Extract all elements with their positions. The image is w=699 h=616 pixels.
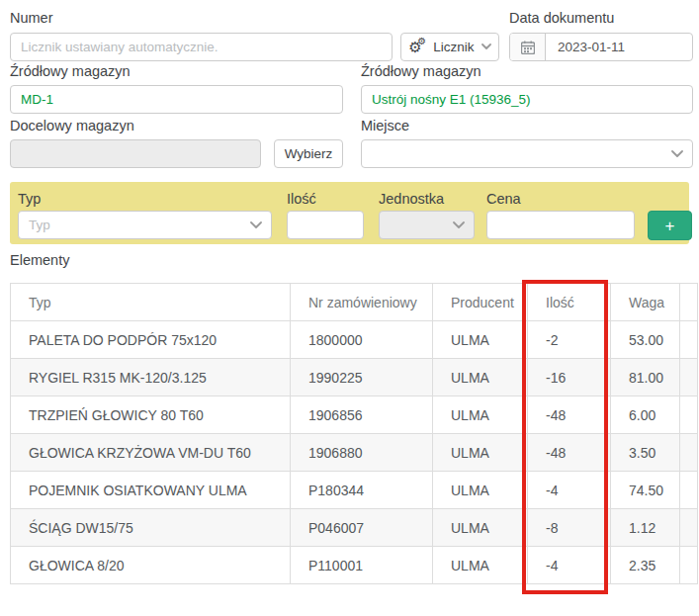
miejsce-select[interactable] bbox=[361, 139, 693, 168]
zrodlowy-magazyn-2-input[interactable] bbox=[361, 85, 693, 114]
table-cell-empty bbox=[611, 584, 680, 615]
table-cell-empty bbox=[291, 584, 433, 615]
table-cell: 2.35 bbox=[611, 547, 680, 584]
table-cell: ULMA bbox=[433, 509, 528, 547]
licznik-button-label: Licznik bbox=[433, 40, 474, 54]
numer-input[interactable] bbox=[10, 33, 393, 61]
table-cell-empty bbox=[680, 434, 698, 472]
table-cell: -48 bbox=[528, 434, 611, 472]
table-cell-empty bbox=[11, 584, 291, 615]
table-cell: P110001 bbox=[291, 547, 433, 584]
numer-label: Numer bbox=[10, 10, 53, 26]
table-cell: 1800000 bbox=[291, 321, 433, 359]
quick-add-panel: Typ Ilość Jednostka Cena Typ + bbox=[10, 182, 689, 244]
date-value[interactable]: 2023-01-11 bbox=[546, 34, 692, 60]
table-cell: GŁOWICA 8/20 bbox=[11, 547, 291, 584]
table-cell: 1906856 bbox=[291, 396, 433, 434]
table-cell: ULMA bbox=[433, 434, 528, 472]
typ-select-placeholder: Typ bbox=[19, 218, 241, 232]
table-cell-empty bbox=[680, 472, 698, 509]
docelowy-magazyn-input[interactable] bbox=[10, 139, 261, 168]
zrodlowy-magazyn-1-input[interactable] bbox=[10, 85, 343, 114]
cogs-icon: ⚙⚙ bbox=[408, 40, 426, 55]
table-cell: -48 bbox=[528, 396, 611, 434]
table-cell: 53.00 bbox=[611, 321, 680, 359]
column-header-nr-zamowieniowy: Nr zamówieniowy bbox=[291, 284, 433, 321]
table-cell: RYGIEL R315 MK-120/3.125 bbox=[11, 359, 291, 396]
data-dokumentu-label: Data dokumentu bbox=[509, 10, 614, 26]
table-cell: -4 bbox=[528, 472, 611, 509]
table-cell: ULMA bbox=[433, 472, 528, 509]
column-header-waga: Waga bbox=[611, 284, 680, 321]
table-cell: P046007 bbox=[291, 509, 433, 547]
typ-filter-label: Typ bbox=[18, 191, 41, 207]
table-cell: PALETA DO PODPÓR 75x120 bbox=[11, 321, 291, 359]
table-cell-empty bbox=[680, 509, 698, 547]
table-row-empty bbox=[11, 584, 698, 615]
table-cell: -8 bbox=[528, 509, 611, 547]
table-cell: ULMA bbox=[433, 321, 528, 359]
table-cell: 74.50 bbox=[611, 472, 680, 509]
table-row: POJEMNIK OSIATKOWANY ULMAP180344ULMA-474… bbox=[11, 472, 698, 509]
table-cell: -16 bbox=[528, 359, 611, 396]
table-cell: 1.12 bbox=[611, 509, 680, 547]
docelowy-magazyn-label: Docelowy magazyn bbox=[10, 118, 134, 133]
table-cell: -4 bbox=[528, 547, 611, 584]
add-row-button[interactable]: + bbox=[648, 211, 692, 240]
table-cell: 3.50 bbox=[611, 434, 680, 472]
table-cell-empty bbox=[680, 584, 698, 615]
table-row: RYGIEL R315 MK-120/3.1251990225ULMA-1681… bbox=[11, 359, 698, 396]
table-row: TRZPIEŃ GŁOWICY 80 T601906856ULMA-486.00 bbox=[11, 396, 698, 434]
table-row: GŁOWICA 8/20P110001ULMA-42.35 bbox=[11, 547, 698, 584]
date-input-group[interactable]: 2023-01-11 bbox=[509, 33, 693, 61]
table-cell-empty bbox=[680, 359, 698, 396]
table-row: PALETA DO PODPÓR 75x1201800000ULMA-253.0… bbox=[11, 321, 698, 359]
column-header-typ: Typ bbox=[11, 284, 291, 321]
table-cell: GŁOWICA KRZYŻOWA VM-DU T60 bbox=[11, 434, 291, 472]
table-row: ŚCIĄG DW15/75P046007ULMA-81.12 bbox=[11, 509, 698, 547]
table-cell-empty bbox=[433, 584, 528, 615]
ilosc-input[interactable] bbox=[287, 211, 364, 239]
elementy-title: Elementy bbox=[10, 252, 69, 268]
table-cell: ULMA bbox=[433, 396, 528, 434]
table-cell: ULMA bbox=[433, 359, 528, 396]
table-cell-empty bbox=[680, 321, 698, 359]
calendar-icon bbox=[510, 34, 546, 60]
jednostka-select[interactable] bbox=[379, 211, 475, 239]
chevron-down-icon bbox=[481, 44, 491, 50]
column-header-empty bbox=[680, 284, 698, 321]
table-row: GŁOWICA KRZYŻOWA VM-DU T601906880ULMA-48… bbox=[11, 434, 698, 472]
licznik-button[interactable]: ⚙⚙ Licznik bbox=[400, 33, 499, 61]
table-cell-empty bbox=[528, 584, 611, 615]
cena-input[interactable] bbox=[486, 211, 635, 239]
column-header-producent: Producent bbox=[433, 284, 528, 321]
miejsce-label: Miejsce bbox=[361, 118, 409, 133]
wybierz-button[interactable]: Wybierz bbox=[274, 139, 343, 168]
table-body: PALETA DO PODPÓR 75x1201800000ULMA-253.0… bbox=[11, 321, 698, 615]
column-header-ilosc: Ilość bbox=[528, 284, 611, 321]
chevron-down-icon bbox=[241, 212, 271, 238]
table-cell-empty bbox=[680, 396, 698, 434]
table-cell: ULMA bbox=[433, 547, 528, 584]
table-cell: 6.00 bbox=[611, 396, 680, 434]
table-cell: 1906880 bbox=[291, 434, 433, 472]
table-header-row: Typ Nr zamówieniowy Producent Ilość Waga bbox=[11, 284, 698, 321]
document-form-page: Numer Data dokumentu ⚙⚙ Licznik 2023-01-… bbox=[0, 0, 699, 616]
table-cell: 81.00 bbox=[611, 359, 680, 396]
chevron-down-icon bbox=[662, 140, 692, 167]
ilosc-filter-label: Ilość bbox=[287, 191, 316, 207]
table-cell: ŚCIĄG DW15/75 bbox=[11, 509, 291, 547]
typ-select[interactable]: Typ bbox=[18, 211, 272, 239]
zrodlowy-magazyn-2-label: Źródłowy magazyn bbox=[361, 63, 481, 79]
elementy-table: Typ Nr zamówieniowy Producent Ilość Waga… bbox=[10, 283, 698, 615]
table-cell: 1990225 bbox=[291, 359, 433, 396]
chevron-down-icon bbox=[444, 212, 474, 238]
table-cell: P180344 bbox=[291, 472, 433, 509]
jednostka-filter-label: Jednostka bbox=[379, 191, 444, 207]
table-cell-empty bbox=[680, 547, 698, 584]
table-cell: TRZPIEŃ GŁOWICY 80 T60 bbox=[11, 396, 291, 434]
cena-filter-label: Cena bbox=[486, 191, 521, 207]
table-cell: -2 bbox=[528, 321, 611, 359]
table-cell: POJEMNIK OSIATKOWANY ULMA bbox=[11, 472, 291, 509]
zrodlowy-magazyn-1-label: Źródłowy magazyn bbox=[10, 63, 131, 79]
